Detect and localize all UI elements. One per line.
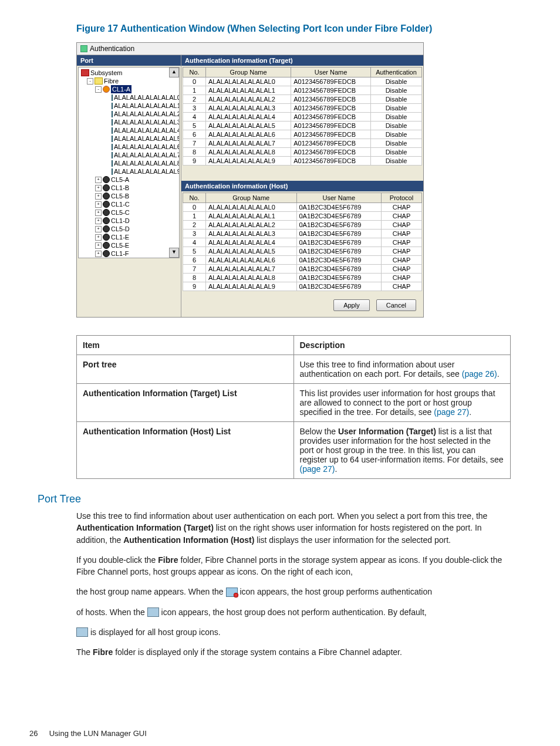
tree-port[interactable]: +CL5-C: [81, 208, 178, 217]
table-row[interactable]: 5ALALALALALALALAL5A0123456789FEDCBDisabl…: [183, 121, 422, 130]
tree-hostgroup[interactable]: ALALALALALALALAL0: [81, 93, 178, 102]
tree-port[interactable]: +CL5-A: [81, 175, 178, 184]
collapse-icon[interactable]: -: [87, 78, 93, 85]
tree-hostgroup[interactable]: ALALALALALALALAL8: [81, 159, 178, 167]
desc-head-item: Item: [77, 336, 294, 355]
port-tree[interactable]: ▲ ▼ Subsystem - Fibre - CL1-A ALALALALAL…: [78, 67, 180, 258]
col-no[interactable]: No.: [183, 193, 206, 203]
table-row[interactable]: 7ALALALALALALALAL70A1B2C3D4E5F6789CHAP: [183, 265, 422, 274]
hostgroup-icon: [112, 94, 113, 101]
tree-port-selected[interactable]: - CL1-A: [81, 85, 178, 93]
col-proto[interactable]: Protocol: [382, 193, 422, 203]
page-link[interactable]: (page 26): [462, 369, 497, 379]
scroll-up-button[interactable]: ▲: [169, 67, 179, 77]
table-row[interactable]: 3ALALALALALALALAL30A1B2C3D4E5F6789CHAP: [183, 229, 422, 238]
tree-fibre[interactable]: - Fibre: [81, 77, 178, 85]
scroll-down-button[interactable]: ▼: [169, 248, 179, 258]
apply-button[interactable]: Apply: [333, 299, 370, 311]
table-row[interactable]: 1ALALALALALALALAL1A0123456789FEDCBDisabl…: [183, 86, 422, 95]
hostgroup-icon: [112, 127, 113, 134]
page-link[interactable]: (page 27): [300, 464, 335, 474]
port-icon: [103, 193, 110, 200]
tree-port[interactable]: +CL1-C: [81, 200, 178, 208]
tree-hostgroup[interactable]: ALALALALALALALAL5: [81, 134, 178, 143]
tree-hostgroup[interactable]: ALALALALALALALAL7: [81, 151, 178, 159]
body-paragraph: Use this tree to find information about …: [76, 510, 511, 546]
tree-hostgroup[interactable]: ALALALALALALALAL3: [81, 118, 178, 126]
page-link[interactable]: (page 27): [434, 407, 469, 417]
figure-caption: Figure 17 Authentication Window (When Se…: [76, 23, 531, 34]
tree-label: Subsystem: [90, 69, 122, 77]
table-row: Port tree Use this tree to find informat…: [77, 355, 511, 384]
table-row[interactable]: 1ALALALALALALALAL10A1B2C3D4E5F6789CHAP: [183, 212, 422, 221]
tree-hostgroup[interactable]: ALALALALALALALAL9: [81, 167, 178, 175]
col-auth[interactable]: Authentication: [371, 67, 422, 77]
table-row[interactable]: 8ALALALALALALALAL80A1B2C3D4E5F6789CHAP: [183, 274, 422, 282]
tree-hostgroup[interactable]: ALALALALALALALAL4: [81, 126, 178, 134]
expand-icon[interactable]: +: [95, 210, 102, 216]
tree-port[interactable]: +CL1-F: [81, 249, 178, 258]
tree-label: CL1-C: [111, 200, 130, 208]
table-row[interactable]: 8ALALALALALALALAL8A0123456789FEDCBDisabl…: [183, 148, 422, 157]
table-row[interactable]: 6ALALALALALALALAL60A1B2C3D4E5F6789CHAP: [183, 256, 422, 265]
col-user[interactable]: User Name: [291, 67, 371, 77]
tree-label: ALALALALALALALAL7: [114, 151, 180, 159]
tree-hostgroup[interactable]: ALALALALALALALAL6: [81, 143, 178, 151]
port-icon: [103, 242, 110, 249]
tree-port[interactable]: +CL1-D: [81, 217, 178, 225]
expand-icon[interactable]: +: [95, 242, 102, 249]
desc-item: Authentication Information (Host) List: [83, 427, 231, 436]
collapse-icon[interactable]: -: [95, 86, 102, 93]
tree-port[interactable]: +CL5-D: [81, 225, 178, 233]
tree-label: ALALALALALALALAL8: [114, 159, 180, 167]
tree-port[interactable]: +CL5-B: [81, 192, 178, 200]
table-row[interactable]: 4ALALALALALALALAL4A0123456789FEDCBDisabl…: [183, 113, 422, 121]
window-titlebar: Authentication: [77, 43, 423, 55]
table-row[interactable]: 0ALALALALALALALAL00A1B2C3D4E5F6789CHAP: [183, 203, 422, 212]
tree-port[interactable]: +CL1-B: [81, 184, 178, 192]
tree-root[interactable]: Subsystem: [81, 69, 178, 77]
hostgroup-noauth-icon: [147, 607, 159, 617]
table-row[interactable]: 6ALALALALALALALAL6A0123456789FEDCBDisabl…: [183, 130, 422, 139]
table-row[interactable]: 4ALALALALALALALAL40A1B2C3D4E5F6789CHAP: [183, 238, 422, 247]
col-group[interactable]: Group Name: [206, 193, 297, 203]
tree-label: CL1-B: [111, 184, 129, 192]
table-row[interactable]: 5ALALALALALALALAL50A1B2C3D4E5F6789CHAP: [183, 247, 422, 256]
tree-port[interactable]: +CL1-E: [81, 233, 178, 241]
tree-hostgroup[interactable]: ALALALALALALALAL2: [81, 110, 178, 118]
expand-icon[interactable]: +: [95, 185, 102, 191]
expand-icon[interactable]: +: [95, 177, 102, 183]
table-row[interactable]: 9ALALALALALALALAL90A1B2C3D4E5F6789CHAP: [183, 282, 422, 291]
tree-label: ALALALALALALALAL3: [114, 118, 180, 126]
desc-item: Port tree: [83, 360, 117, 369]
expand-icon[interactable]: +: [95, 234, 102, 241]
body-paragraph: is displayed for all host group icons.: [76, 626, 511, 638]
tree-hostgroup[interactable]: ALALALALALALALAL1: [81, 102, 178, 110]
cancel-button[interactable]: Cancel: [376, 299, 416, 311]
expand-icon[interactable]: +: [95, 193, 102, 200]
expand-icon[interactable]: +: [95, 251, 102, 257]
col-user[interactable]: User Name: [296, 193, 382, 203]
desc-text: Below the User Information (Target) list…: [294, 422, 511, 479]
tree-label: CL1-E: [111, 233, 129, 241]
fibre-folder-icon: [95, 77, 103, 85]
hostgroup-icon: [112, 103, 113, 109]
desc-item: Authentication Information (Target) List: [83, 389, 237, 398]
expand-icon[interactable]: +: [95, 201, 102, 208]
expand-icon[interactable]: +: [95, 226, 102, 232]
tree-port[interactable]: +CL5-F: [81, 258, 178, 258]
table-row[interactable]: 2ALALALALALALALAL2A0123456789FEDCBDisabl…: [183, 95, 422, 104]
expand-icon[interactable]: +: [95, 218, 102, 224]
col-no[interactable]: No.: [183, 67, 206, 77]
table-row[interactable]: 2ALALALALALALALAL20A1B2C3D4E5F6789CHAP: [183, 221, 422, 229]
hostgroup-icon: [112, 160, 113, 167]
col-group[interactable]: Group Name: [206, 67, 291, 77]
table-row[interactable]: 0ALALALALALALALAL0A0123456789FEDCBDisabl…: [183, 77, 422, 86]
table-row[interactable]: 7ALALALALALALALAL7A0123456789FEDCBDisabl…: [183, 139, 422, 148]
tree-port[interactable]: +CL5-E: [81, 241, 178, 249]
table-row[interactable]: 3ALALALALALALALAL3A0123456789FEDCBDisabl…: [183, 104, 422, 113]
table-row[interactable]: 9ALALALALALALALAL9A0123456789FEDCBDisabl…: [183, 157, 422, 166]
tree-label: ALALALALALALALAL4: [114, 126, 180, 134]
window-title: Authentication: [90, 45, 134, 53]
tree-label: ALALALALALALALAL5: [114, 134, 180, 143]
